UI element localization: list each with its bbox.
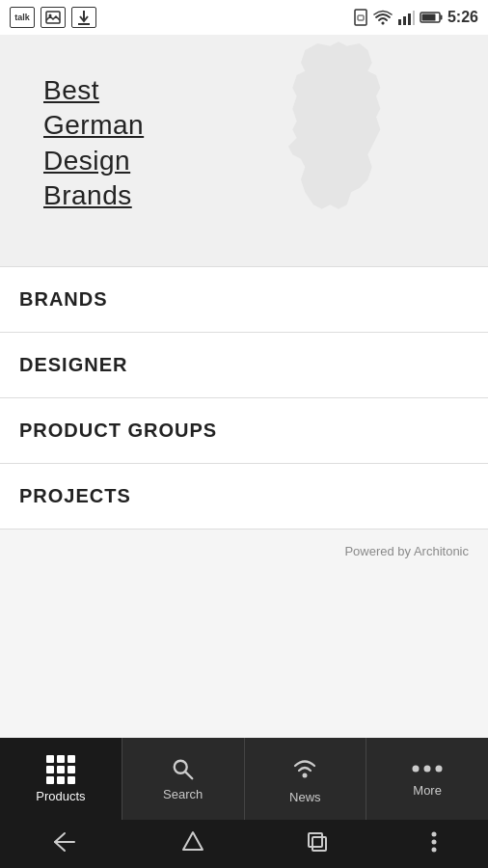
svg-rect-4: [355, 10, 366, 25]
image-icon: [41, 7, 66, 28]
nav-more-label: More: [413, 783, 442, 798]
svg-point-6: [381, 22, 384, 25]
title-line2: German: [43, 108, 144, 143]
svg-rect-8: [403, 16, 406, 25]
header-section: Best German Design Brands: [0, 35, 488, 266]
svg-marker-21: [183, 832, 203, 850]
title-line4: Brands: [43, 178, 144, 213]
svg-rect-5: [358, 15, 364, 20]
status-left-icons: talk: [10, 7, 96, 28]
germany-map: [170, 35, 488, 266]
clock: 5:26: [447, 9, 478, 26]
recents-button[interactable]: [307, 831, 328, 857]
nav-more[interactable]: More: [366, 738, 488, 820]
signal-icon: [397, 10, 415, 25]
system-nav: [0, 820, 488, 868]
svg-point-24: [431, 831, 436, 836]
svg-rect-23: [312, 837, 326, 851]
nav-news[interactable]: News: [245, 738, 367, 820]
app-title: Best German Design Brands: [43, 73, 144, 214]
nav-search-label: Search: [163, 787, 203, 801]
download-icon: [71, 7, 96, 28]
svg-rect-22: [309, 833, 322, 847]
nav-news-label: News: [289, 790, 321, 804]
wifi-icon: [373, 10, 393, 25]
sim-icon: [353, 9, 368, 26]
status-right-icons: 5:26: [353, 9, 478, 26]
svg-rect-7: [398, 19, 401, 25]
title-line1: Best: [43, 73, 144, 108]
powered-by: Powered by Architonic: [0, 529, 488, 573]
svg-point-16: [303, 773, 308, 777]
menu-item-product-groups[interactable]: PRODUCT GROUPS: [0, 398, 488, 464]
menu-item-brands[interactable]: BRANDS: [0, 267, 488, 333]
news-icon: [289, 754, 320, 785]
status-bar: talk: [0, 0, 488, 35]
nav-search[interactable]: Search: [122, 738, 245, 820]
more-icon: [410, 761, 445, 778]
svg-rect-13: [440, 15, 442, 20]
grid-icon: [46, 755, 75, 784]
svg-point-19: [436, 765, 443, 772]
svg-point-26: [431, 847, 436, 852]
svg-rect-10: [413, 11, 415, 25]
home-button[interactable]: [181, 830, 204, 858]
title-line3: Design: [43, 144, 144, 178]
menu-button[interactable]: [431, 831, 437, 857]
svg-point-25: [431, 839, 436, 844]
nav-products[interactable]: Products: [0, 738, 122, 820]
svg-rect-9: [408, 14, 411, 25]
back-button[interactable]: [51, 831, 78, 857]
svg-point-17: [413, 765, 420, 772]
battery-icon: [420, 11, 443, 24]
menu-item-designer[interactable]: DESIGNER: [0, 333, 488, 398]
svg-line-15: [185, 772, 192, 778]
talk-icon: talk: [10, 7, 35, 28]
bottom-nav: Products Search News: [0, 738, 488, 820]
svg-point-18: [424, 765, 431, 772]
nav-products-label: Products: [36, 789, 85, 803]
search-icon: [171, 757, 196, 782]
menu-item-projects[interactable]: PROJECTS: [0, 464, 488, 529]
menu-list: BRANDS DESIGNER PRODUCT GROUPS PROJECTS: [0, 266, 488, 529]
svg-rect-12: [421, 14, 435, 21]
